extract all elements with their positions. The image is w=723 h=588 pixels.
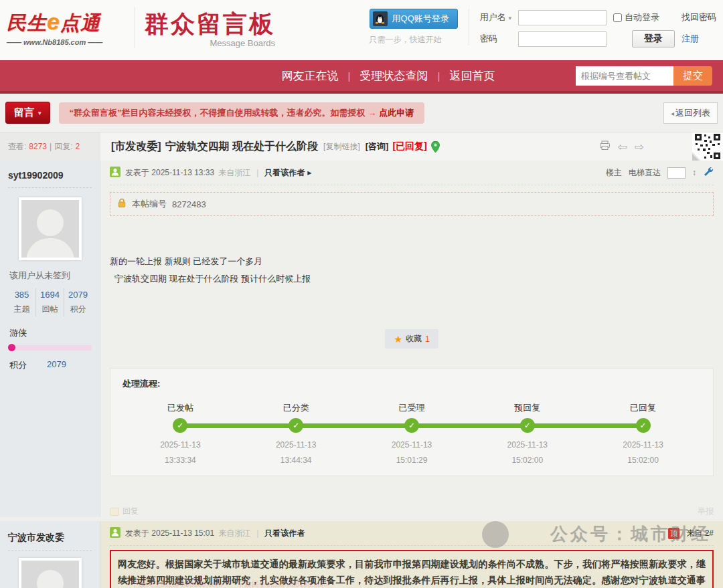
qq-login-column: 用QQ账号登录 只需一步，快速开始 [370,9,469,45]
page: 民生e点通 —— www.Nb8185.com —— 群众留言板 Message… [0,0,723,588]
qq-login-label: 用QQ账号登录 [392,13,449,25]
copy-link[interactable]: [复制链接] [323,141,360,153]
process-step-posted: 已发帖 ✓ 2025-11-13 13:33:34 [123,402,238,465]
site-logo[interactable]: 民生e点通 —— www.Nb8185.com —— [7,9,131,46]
avatar-head-shape [37,209,64,236]
star-icon: ★ [394,334,402,344]
post2-meta-row: 发表于 2025-11-13 15:01 来自浙江 | 只看该作者 顶 来自 2… [110,521,714,546]
post2-author-sidebar: 宁波市发改委 [0,521,100,588]
favorite-count: 1 [425,334,430,344]
location-pin-icon [431,141,440,153]
process-step-classified: 已分类 ✓ 2025-11-13 13:44:34 [238,402,354,465]
post1-author-name[interactable]: syt19902009 [8,167,92,188]
stat-threads-value[interactable]: 385 [8,290,35,300]
copyright-notice: “群众留言板”栏目内容未经授权，不得擅自使用或转载，违者必究。如需授权 →点此申… [59,102,425,124]
wrench-icon[interactable] [703,167,714,179]
user-icon [110,167,120,179]
reply-button[interactable]: 回复 [123,506,139,517]
post2-meta-right: 顶 来自 2# [668,528,714,539]
prev-thread-icon[interactable]: ⇦ [618,141,627,153]
stat-replies-value[interactable]: 1694 [36,290,64,300]
nav-link-home[interactable]: 返回首页 [449,68,495,84]
logo-url: —— www.Nb8185.com —— [7,38,131,46]
post1-author-sidebar: syt19902009 该用户从未签到 385 主题 1694 回帖 2079 … [0,161,100,517]
post-number-label: 本帖编号 [132,198,167,210]
board-title: 群众留言板 [145,8,275,41]
message-menu-button[interactable]: 留言▾ [5,102,50,124]
print-icon[interactable] [599,140,611,153]
meta-divider: | [256,528,258,538]
process-title: 处理流程: [123,378,701,390]
post1-meta-row: 发表于 2025-11-13 13:33 来自浙江 | 只看该作者 ▶ 楼主 电… [110,161,714,185]
score-label: 积分 [9,359,27,371]
elevator-floor-input[interactable] [667,167,686,179]
author-stats: 385 主题 1694 回帖 2079 积分 [8,288,92,316]
next-thread-icon[interactable]: ⇨ [635,141,644,153]
view-author-only-link[interactable]: 只看该作者 [264,528,305,539]
stat-points-label: 积分 [64,304,92,315]
nav-separator: | [438,70,440,82]
post2-main: 发表于 2025-11-13 15:01 来自浙江 | 只看该作者 顶 来自 2… [100,521,723,588]
notice-bar: 留言▾ “群众留言板”栏目内容未经授权，不得擅自使用或转载，违者必究。如需授权 … [0,94,723,132]
main-nav: 网友正在说 | 受理状态查阅 | 返回首页 提交 [0,60,723,94]
password-input[interactable] [518,31,607,47]
login-area: 用QQ账号登录 只需一步，快速开始 用户名 ▾ 自动登录 找回密码 密码 登录 … [370,7,716,47]
back-arrow-icon: ◂ [671,110,674,117]
check-icon: ✓ [636,418,651,433]
post2-avatar[interactable] [19,558,82,588]
find-password-link[interactable]: 找回密码 [681,11,716,23]
category-tag: [咨询] [366,140,389,153]
username-input[interactable] [518,10,607,25]
process-step-replied: 已回复 ✓ 2025-11-13 15:02:00 [585,402,701,465]
logo-text: 民生e点通 [7,9,131,37]
report-link[interactable]: 举报 [698,506,714,517]
check-icon: ✓ [173,418,187,433]
qr-code [692,132,723,161]
post-id-search-input[interactable] [576,66,673,86]
qq-penguin-icon [373,11,388,26]
top-header: 民生e点通 —— www.Nb8185.com —— 群众留言板 Message… [0,0,723,60]
stat-points-value[interactable]: 2079 [64,290,92,300]
post-2: 宁波市发改委 发表于 2025-11-13 15:01 来自浙江 | 只看该作者… [0,521,723,588]
post2-floor: 来自 2# [686,528,714,539]
chevron-down-icon: ▾ [508,15,511,21]
views-label: 查看: [8,141,26,153]
back-to-list-button[interactable]: ◂返回列表 [663,102,718,124]
view-author-only-link[interactable]: 只看该作者 [264,167,305,179]
password-label: 密码 [480,33,511,45]
replies-count: 2 [76,142,80,151]
post1-content-line: 宁波轨交四期 现在处于什么阶段 预计什么时候上报 [110,270,714,288]
thread-toolbar: ⇦ ⇨ [599,132,645,161]
floor-label: 楼主 [606,167,622,179]
post-number-value: 8272483 [172,199,206,209]
post1-meta-right: 楼主 电梯直达 ↕ [606,167,714,179]
nav-links: 网友正在说 | 受理状态查阅 | 返回首页 [282,68,495,84]
check-icon: ✓ [520,418,535,433]
username-label[interactable]: 用户名 ▾ [480,11,511,23]
post2-author-name[interactable]: 宁波市发改委 [8,529,92,551]
lock-icon [117,198,127,210]
login-button[interactable]: 登录 [632,30,675,47]
auto-login-option: 自动登录 [613,11,675,23]
stat-replies: 1694 回帖 [36,288,64,316]
thread-title-row: 查看: 8273 | 回复: 2 [市发改委] 宁波轨交四期 现在处于什么阶段 … [0,132,723,161]
nav-link-now-talking[interactable]: 网友正在说 [282,68,339,84]
stat-threads: 385 主题 [8,288,36,316]
favorite-button[interactable]: ★ 收藏 1 [385,329,438,349]
post2-location: 来自浙江 [218,528,250,539]
post1-avatar[interactable] [19,197,82,260]
post-id-search: 提交 [576,66,712,86]
auto-login-checkbox[interactable] [613,13,622,22]
score-value[interactable]: 2079 [47,359,66,371]
post1-footer: 回复 举报 [110,506,714,517]
nav-link-status-check[interactable]: 受理状态查阅 [360,68,428,84]
search-submit-button[interactable]: 提交 [673,66,712,86]
rank-progress-bar [8,345,92,351]
apply-authorization-link[interactable]: 点此申请 [379,108,414,118]
register-link[interactable]: 注册 [681,33,716,45]
rank-progress-dot [8,344,15,351]
up-down-arrows-icon[interactable]: ↕ [692,168,696,177]
replies-label: 回复: [54,141,72,153]
post1-main: 发表于 2025-11-13 13:33 来自浙江 | 只看该作者 ▶ 楼主 电… [100,161,723,517]
qq-login-button[interactable]: 用QQ账号登录 [370,9,458,29]
